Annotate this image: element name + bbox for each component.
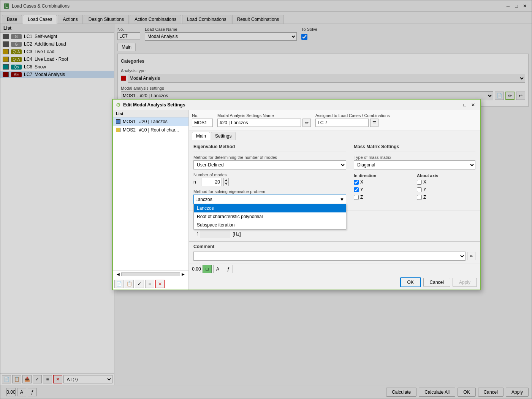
modal-footer: OK Cancel Apply bbox=[189, 275, 480, 290]
option-root[interactable]: Root of characteristic polynomial bbox=[194, 212, 346, 221]
solving-dropdown: Lanczos ▼ Lanczos Root of characteristic… bbox=[193, 195, 346, 204]
spinner-buttons: ▲ ▼ bbox=[223, 178, 229, 186]
direction-checkboxes: X X Y Y bbox=[354, 179, 475, 200]
dir-headers: In direction About axis bbox=[354, 173, 475, 178]
modes-input-group: n ▲ ▼ bbox=[193, 178, 346, 186]
about-axis-label: About axis bbox=[417, 173, 475, 178]
direction-area: In direction About axis X X bbox=[354, 173, 475, 200]
modal-tab-settings[interactable]: Settings bbox=[211, 132, 236, 140]
modal-item-name: #10 | Root of char... bbox=[138, 127, 179, 133]
modal-title-bar: ⚙ Edit Modal Analysis Settings ─ □ ✕ bbox=[113, 100, 480, 110]
modal-body: List MOS1 #20 | Lanczos MOS2 #10 | Root … bbox=[113, 110, 480, 290]
modal-dialog: ⚙ Edit Modal Analysis Settings ─ □ ✕ Lis… bbox=[112, 99, 481, 290]
modal-content-area: No. Modal Analysis Settings Name ✏ Assig… bbox=[189, 110, 480, 290]
modal-title-buttons: ─ □ ✕ bbox=[453, 101, 477, 109]
freq-input-row: f [Hz] bbox=[193, 230, 475, 238]
modal-no-group: No. bbox=[192, 113, 213, 127]
spinner-up[interactable]: ▲ bbox=[223, 178, 229, 182]
item-dot bbox=[116, 128, 120, 132]
eigenvalue-section: Eigenvalue Method Method for determining… bbox=[193, 144, 346, 207]
eigenvalue-title: Eigenvalue Method bbox=[193, 144, 346, 152]
modal-icon: ⚙ bbox=[116, 102, 121, 108]
modal-name-label: Modal Analysis Settings Name bbox=[217, 113, 311, 118]
comment-input-row: ✏ bbox=[193, 252, 475, 261]
solving-label: Method for solving eigenvalue problem bbox=[193, 189, 346, 194]
about-z-label: Z bbox=[423, 195, 426, 200]
comment-section: Comment ✏ bbox=[189, 241, 480, 263]
about-x-row: X bbox=[417, 179, 475, 185]
about-x-checkbox[interactable] bbox=[417, 180, 422, 185]
solving-select-display[interactable]: Lanczos ▼ bbox=[193, 195, 346, 204]
scroll-bar[interactable] bbox=[121, 272, 180, 276]
num-display-btn[interactable]: 0.00 bbox=[192, 265, 201, 273]
modal-add-button[interactable]: 📄 bbox=[114, 280, 124, 288]
list-scroll-area: ◀ ▶ bbox=[113, 270, 188, 278]
modal-list-btn[interactable]: ≡ bbox=[145, 280, 154, 288]
option-subspace[interactable]: Subspace iteration bbox=[194, 221, 346, 229]
modal-fields-area: Eigenvalue Method Method for determining… bbox=[189, 140, 480, 211]
option-lanczos[interactable]: Lanczos bbox=[194, 204, 346, 212]
modal-tab-main[interactable]: Main bbox=[192, 132, 210, 140]
in-x-checkbox[interactable] bbox=[354, 180, 359, 185]
in-z-checkbox[interactable] bbox=[354, 195, 359, 200]
modal-delete-button[interactable]: ✕ bbox=[155, 280, 165, 288]
modal-list-bottom: 📄 📋 ✓ ≡ ✕ bbox=[113, 278, 188, 290]
font-btn[interactable]: A bbox=[213, 265, 222, 273]
modal-assigned-input[interactable] bbox=[315, 119, 369, 127]
scroll-right[interactable]: ▶ bbox=[181, 271, 185, 277]
item-dot bbox=[116, 119, 120, 124]
freq-input[interactable] bbox=[200, 230, 230, 238]
modal-maximize-button[interactable]: □ bbox=[461, 101, 469, 109]
modal-name-edit-btn[interactable]: ✏ bbox=[302, 119, 311, 127]
modal-item-id: MOS1 bbox=[123, 119, 136, 124]
method-label: Method for determining the number of mod… bbox=[193, 155, 346, 160]
about-z-checkbox[interactable] bbox=[417, 195, 422, 200]
modal-no-input[interactable] bbox=[192, 119, 213, 127]
modal-top-fields: No. Modal Analysis Settings Name ✏ Assig… bbox=[189, 110, 480, 130]
modal-assigned-btn[interactable]: ☰ bbox=[370, 119, 378, 127]
in-z-row: Z bbox=[354, 195, 412, 200]
modal-minimize-button[interactable]: ─ bbox=[453, 101, 460, 109]
comment-select[interactable] bbox=[193, 252, 466, 261]
about-y-checkbox[interactable] bbox=[417, 187, 422, 192]
scroll-left[interactable]: ◀ bbox=[116, 271, 120, 277]
in-y-row: Y bbox=[354, 187, 412, 192]
in-y-label: Y bbox=[360, 187, 363, 192]
method-row: Method for determining the number of mod… bbox=[193, 155, 346, 169]
modes-row: Number of modes n ▲ ▼ bbox=[193, 173, 346, 186]
modal-name-input[interactable] bbox=[217, 119, 301, 127]
modal-item-id: MOS2 bbox=[123, 127, 136, 133]
modal-close-button[interactable]: ✕ bbox=[469, 101, 477, 109]
mass-matrix-section: Mass Matrix Settings Type of mass matrix… bbox=[354, 144, 475, 207]
solving-row: Method for solving eigenvalue problem La… bbox=[193, 189, 346, 204]
mass-type-select[interactable]: Diagonal bbox=[354, 160, 475, 169]
comment-label: Comment bbox=[193, 244, 214, 249]
comment-edit-btn[interactable]: ✏ bbox=[467, 252, 475, 260]
modal-item-name: #20 | Lanczos bbox=[138, 119, 168, 124]
modal-apply-button[interactable]: Apply bbox=[453, 278, 477, 287]
hz-label: [Hz] bbox=[233, 231, 241, 237]
scroll-controls: ◀ ▶ bbox=[114, 271, 187, 277]
spinner-down[interactable]: ▼ bbox=[223, 182, 229, 186]
modes-label: Number of modes bbox=[193, 173, 346, 177]
modes-input[interactable] bbox=[201, 178, 222, 186]
modal-cancel-button[interactable]: Cancel bbox=[423, 278, 450, 287]
mass-matrix-title: Mass Matrix Settings bbox=[354, 144, 475, 152]
f-label: f bbox=[196, 231, 198, 237]
method-select[interactable]: User-Defined bbox=[193, 160, 346, 169]
formula-btn2[interactable]: ƒ bbox=[224, 265, 233, 273]
modal-list-item-mos1[interactable]: MOS1 #20 | Lanczos bbox=[113, 117, 188, 126]
modal-copy-button[interactable]: 📋 bbox=[125, 280, 134, 288]
modal-content-bottom: 0.00 □ A ƒ bbox=[189, 263, 480, 275]
modal-import-button[interactable]: ✓ bbox=[135, 280, 144, 288]
modal-title: Edit Modal Analysis Settings bbox=[123, 102, 450, 108]
in-y-checkbox[interactable] bbox=[354, 187, 359, 192]
about-y-label: Y bbox=[423, 187, 426, 192]
modal-list-item-mos2[interactable]: MOS2 #10 | Root of char... bbox=[113, 126, 188, 134]
modal-ok-button[interactable]: OK bbox=[400, 277, 421, 287]
modal-list-header: List bbox=[113, 110, 188, 117]
in-direction-label: In direction bbox=[354, 173, 412, 178]
color-btn[interactable]: □ bbox=[203, 265, 212, 273]
modal-assigned-label: Assigned to Load Cases / Combinations bbox=[315, 113, 390, 118]
modal-no-label: No. bbox=[192, 113, 213, 118]
